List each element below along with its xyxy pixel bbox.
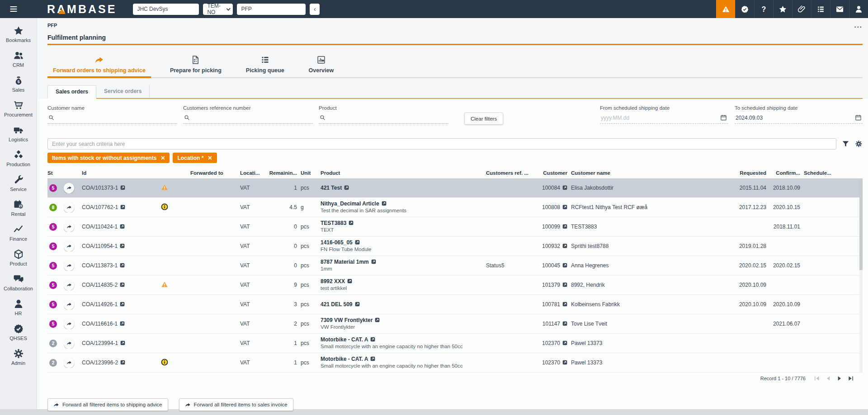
pagination-last-button[interactable]	[847, 375, 854, 382]
external-link-icon[interactable]	[355, 240, 360, 245]
external-link-icon[interactable]	[120, 263, 125, 268]
column-header[interactable]: Forwarded to	[190, 170, 240, 176]
pagination-next-button[interactable]	[836, 375, 843, 382]
forward-row-button[interactable]	[64, 319, 74, 329]
table-row[interactable]: 2 COA/123996-2	[47, 353, 863, 373]
forward-row-button[interactable]	[64, 202, 74, 213]
sidebar-item-crm[interactable]: CRM	[0, 47, 37, 71]
column-header[interactable]: Schedule...	[804, 170, 849, 176]
sidebar-item-production[interactable]: Production	[0, 146, 37, 171]
external-link-icon[interactable]	[562, 340, 567, 345]
hamburger-menu-button[interactable]	[0, 0, 27, 18]
calendar-icon[interactable]	[720, 114, 727, 121]
column-header[interactable]: Confirm...	[770, 170, 804, 176]
sidebar-item-sales[interactable]: $ Sales	[0, 71, 37, 96]
column-header[interactable]: Customers ref. ...	[486, 170, 539, 176]
table-row[interactable]: 5 COA/114835-2	[47, 275, 863, 295]
column-header[interactable]: Id	[82, 170, 161, 176]
external-link-icon[interactable]	[562, 224, 567, 229]
tab[interactable]: Forward orders to shipping advice	[47, 55, 151, 77]
back-button[interactable]: ‹	[310, 4, 320, 15]
filter-input[interactable]	[183, 112, 313, 124]
external-link-icon[interactable]	[349, 220, 354, 225]
forward-row-button[interactable]	[64, 183, 74, 193]
alerts-icon[interactable]	[716, 0, 735, 18]
forward-row-button[interactable]	[64, 241, 74, 252]
external-link-icon[interactable]	[562, 263, 567, 268]
program-input[interactable]	[237, 4, 306, 15]
external-link-icon[interactable]	[562, 243, 567, 248]
external-link-icon[interactable]	[562, 321, 567, 326]
company-select[interactable]: TEM-NO	[203, 4, 233, 15]
external-link-icon[interactable]	[370, 337, 375, 342]
filter-chip[interactable]: Items with stock or without assignments …	[47, 153, 170, 163]
external-link-icon[interactable]	[344, 185, 349, 190]
tab[interactable]: Picking queue	[241, 55, 290, 77]
subtab[interactable]: Service orders	[96, 85, 150, 98]
pagination-prev-button[interactable]	[825, 375, 832, 382]
pagination-first-button[interactable]	[813, 375, 821, 382]
date-to-input[interactable]: 2024.09.03	[735, 112, 863, 124]
forward-row-button[interactable]	[64, 222, 74, 232]
column-header[interactable]: Customer	[539, 170, 571, 176]
external-link-icon[interactable]	[120, 185, 125, 190]
help-icon[interactable]: ?	[754, 0, 773, 18]
table-row[interactable]: 5 COA/110424-1	[47, 217, 863, 237]
favorites-icon[interactable]	[773, 0, 792, 18]
filter-chip[interactable]: Location * ✕	[173, 153, 217, 163]
tab[interactable]: Prepare for picking	[165, 55, 227, 77]
column-header[interactable]: Customer name	[571, 170, 720, 176]
forward-row-button[interactable]	[64, 280, 74, 290]
table-row[interactable]: 5 COA/101373-1	[47, 178, 863, 198]
date-from-input[interactable]: yyyy.MM.dd	[600, 112, 728, 124]
column-header[interactable]: St	[47, 170, 64, 176]
sidebar-item-qhses[interactable]: QHSES	[0, 320, 37, 345]
column-header[interactable]: Remainin...	[266, 170, 301, 176]
calendar-icon[interactable]	[855, 114, 862, 121]
table-row[interactable]: 2 COA/123994-1	[47, 334, 863, 353]
table-scrollbar[interactable]	[859, 180, 863, 373]
sidebar-item-bookmarks[interactable]: Bookmarks	[0, 22, 37, 47]
external-link-icon[interactable]	[562, 205, 567, 210]
external-link-icon[interactable]	[120, 360, 125, 365]
forward-row-button[interactable]	[64, 338, 74, 349]
external-link-icon[interactable]	[347, 279, 352, 284]
forward-row-button[interactable]	[64, 261, 74, 271]
sidebar-item-procurement[interactable]: Procurement	[0, 96, 37, 121]
external-link-icon[interactable]	[120, 205, 125, 210]
clear-filters-button[interactable]: Clear filters	[464, 112, 503, 125]
column-header[interactable]: Unit	[301, 170, 321, 176]
table-row[interactable]: 5 COA/110954-1	[47, 237, 863, 256]
external-link-icon[interactable]	[562, 302, 567, 307]
external-link-icon[interactable]	[120, 282, 125, 287]
forward-all-button[interactable]: Forward all filtered items to shipping a…	[47, 398, 168, 411]
external-link-icon[interactable]	[355, 302, 360, 307]
external-link-icon[interactable]	[562, 185, 567, 190]
external-link-icon[interactable]	[370, 356, 375, 361]
chip-remove-icon[interactable]: ✕	[160, 155, 165, 161]
column-header[interactable]: Locati...	[240, 170, 266, 176]
table-row[interactable]: 5 COA/113873-1	[47, 256, 863, 275]
sidebar-item-rental[interactable]: $ Rental	[0, 196, 37, 220]
external-link-icon[interactable]	[120, 243, 125, 248]
forward-row-button[interactable]	[64, 358, 74, 368]
table-row[interactable]: 8 COA/107762-1	[47, 198, 863, 217]
messages-icon[interactable]	[830, 0, 849, 18]
sidebar-item-logistics[interactable]: Logistics	[0, 121, 37, 146]
funnel-icon[interactable]	[842, 140, 849, 148]
tab[interactable]: Overview	[303, 55, 340, 77]
page-menu-dots-button[interactable]: ...	[854, 23, 863, 27]
sidebar-item-service[interactable]: Service	[0, 171, 37, 196]
sidebar-item-product[interactable]: Product	[0, 245, 37, 270]
external-link-icon[interactable]	[120, 224, 125, 229]
external-link-icon[interactable]	[120, 340, 125, 345]
column-header[interactable]: Product	[321, 170, 486, 176]
sidebar-item-admin[interactable]: Admin	[0, 345, 37, 369]
approvals-icon[interactable]	[735, 0, 754, 18]
task-list-icon[interactable]	[811, 0, 830, 18]
forward-all-button[interactable]: Forward all filtered items to sales invo…	[179, 398, 293, 411]
scrollbar-thumb[interactable]	[859, 180, 863, 270]
external-link-icon[interactable]	[120, 321, 125, 326]
system-select[interactable]: JHC DevSys	[133, 4, 199, 15]
attachments-icon[interactable]	[792, 0, 811, 18]
